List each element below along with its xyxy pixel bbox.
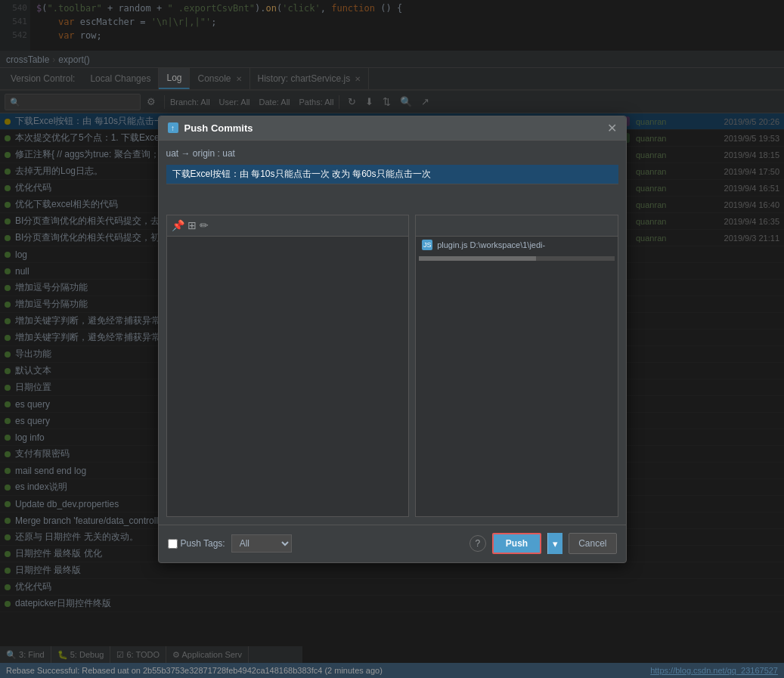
commit-row-selected[interactable]: 下载Excel按钮：由 每10s只能点击一次 改为 每60s只能点击一次 [166, 165, 618, 184]
file-panel: JS plugin.js D:\workspace\1\jedi- [415, 215, 618, 517]
file-name: plugin.js D:\workspace\1\jedi- [437, 240, 545, 249]
push-tags-checkbox[interactable] [168, 539, 178, 549]
push-dropdown-button[interactable]: ▾ [547, 533, 562, 554]
commit-list[interactable]: 下载Excel按钮：由 每10s只能点击一次 改为 每60s只能点击一次 [166, 165, 618, 210]
panel-pin-btn[interactable]: 📌 [172, 219, 184, 231]
help-button[interactable]: ? [469, 535, 486, 552]
modal-title-bar: ↑ Push Commits ✕ [159, 116, 626, 141]
commit-panel-toolbar: 📌 ⊞ ✏ [167, 215, 409, 237]
file-item[interactable]: JS plugin.js D:\workspace\1\jedi- [416, 237, 617, 253]
panel-grid-btn[interactable]: ⊞ [187, 219, 197, 231]
modal-title: Push Commits [184, 122, 607, 134]
file-panel-toolbar [416, 215, 617, 237]
modal-overlay: ↑ Push Commits ✕ uat → origin : uat 下载Ex… [0, 0, 784, 678]
modal-close-button[interactable]: ✕ [607, 121, 617, 135]
cancel-button[interactable]: Cancel [569, 533, 616, 554]
scrollbar-thumb [419, 256, 536, 261]
push-tags-checkbox-label[interactable]: Push Tags: [168, 538, 225, 549]
file-icon: JS [422, 240, 432, 250]
modal-main: 📌 ⊞ ✏ JS plugin.js D:\workspace\1\jedi- [166, 215, 618, 517]
modal-body: uat → origin : uat 下载Excel按钮：由 每10s只能点击一… [159, 141, 626, 525]
push-target: uat → origin : uat [166, 148, 618, 159]
modal-footer: Push Tags: All None Tagged ? Push ▾ Canc… [159, 525, 626, 562]
horizontal-scrollbar[interactable] [419, 256, 614, 261]
push-tags-select[interactable]: All None Tagged [231, 534, 292, 553]
push-button[interactable]: Push [492, 533, 541, 554]
panel-edit-btn[interactable]: ✏ [200, 219, 209, 231]
modal-icon: ↑ [168, 122, 178, 133]
commit-panel: 📌 ⊞ ✏ [166, 215, 410, 517]
push-commits-modal: ↑ Push Commits ✕ uat → origin : uat 下载Ex… [158, 116, 627, 563]
